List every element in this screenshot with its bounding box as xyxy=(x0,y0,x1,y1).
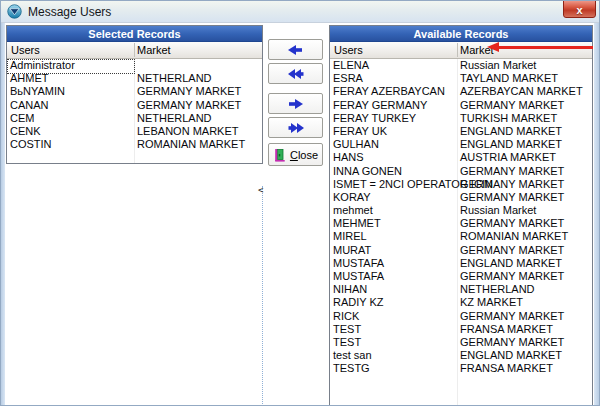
right-arrow-icon xyxy=(288,99,303,109)
table-row[interactable]: MURAT GERMANY MARKET xyxy=(330,244,592,257)
splitter-collapse-icon[interactable]: < xyxy=(258,186,263,195)
user-cell: Administrator xyxy=(10,59,75,72)
table-row[interactable]: CEM NETHERLAND xyxy=(7,112,262,125)
table-row[interactable]: MEHMET GERMANY MARKET xyxy=(330,217,592,230)
annotation-red-arrow-head xyxy=(487,42,499,52)
user-cell: TESTG xyxy=(333,362,370,375)
table-row[interactable]: CANAN GERMANY MARKET xyxy=(7,99,262,112)
table-row[interactable]: TEST GERMANY MARKET xyxy=(330,336,592,349)
table-row[interactable]: COSTIN ROMANIAN MARKET xyxy=(7,138,262,151)
market-cell: ENGLAND MARKET xyxy=(460,125,562,138)
available-records-list: ELENA Russian Market ESRA TAYLAND MARKET… xyxy=(330,59,592,406)
table-row[interactable]: ESRA TAYLAND MARKET xyxy=(330,72,592,85)
move-left-button[interactable] xyxy=(268,39,323,60)
selected-users-column-header[interactable]: Users xyxy=(11,42,40,59)
user-cell: ELENA xyxy=(333,59,369,72)
user-cell: HANS xyxy=(333,151,364,164)
selected-market-column-header[interactable]: Market xyxy=(137,42,171,59)
left-arrow-icon xyxy=(288,45,303,55)
market-cell: NETHERLAND xyxy=(460,283,535,296)
selected-records-title: Selected Records xyxy=(7,26,262,42)
table-row[interactable]: FERAY AZERBAYCAN AZERBAYCAN MARKET xyxy=(330,85,592,98)
table-row[interactable]: GULHAN ENGLAND MARKET xyxy=(330,138,592,151)
selected-records-list: Administrator AHMET NETHERLAND BьNYAMIN … xyxy=(7,59,262,163)
user-cell: BьNYAMIN xyxy=(10,85,65,98)
user-cell: INNA GONEN xyxy=(333,165,402,178)
table-row[interactable]: FERAY GERMANY GERMANY MARKET xyxy=(330,99,592,112)
table-row[interactable]: CENK LEBANON MARKET xyxy=(7,125,262,138)
user-cell: CEM xyxy=(10,112,34,125)
table-row[interactable]: ISMET = 2NCI OPERATOR ICIN GERMANY MARKE… xyxy=(330,178,592,191)
table-row[interactable]: AHMET NETHERLAND xyxy=(7,72,262,85)
close-button-label: Close xyxy=(290,149,318,161)
market-cell: GERMANY MARKET xyxy=(460,336,564,349)
dialog-right-edge xyxy=(594,23,599,405)
user-cell: FERAY UK xyxy=(333,125,387,138)
user-cell: ESRA xyxy=(333,72,363,85)
close-button[interactable]: Close xyxy=(268,143,323,166)
user-cell: CANAN xyxy=(10,99,49,112)
user-cell: COSTIN xyxy=(10,138,52,151)
market-cell: NETHERLAND xyxy=(137,112,212,125)
market-cell: Russian Market xyxy=(460,59,536,72)
column-separator[interactable] xyxy=(134,43,135,57)
market-cell: FRANSA MARKET xyxy=(460,323,553,336)
market-cell: AUSTRIA MARKET xyxy=(460,151,556,164)
market-cell: TURKISH MARKET xyxy=(460,112,557,125)
market-cell: ENGLAND MARKET xyxy=(460,257,562,270)
user-cell: MUSTAFA xyxy=(333,270,384,283)
table-row[interactable]: mehmet Russian Market xyxy=(330,204,592,217)
market-cell: GERMANY MARKET xyxy=(137,85,241,98)
market-cell: LEBANON MARKET xyxy=(137,125,238,138)
available-records-column-header: Users Market xyxy=(330,42,592,59)
table-row[interactable]: HANS AUSTRIA MARKET xyxy=(330,151,592,164)
titlebar[interactable]: Message Users x xyxy=(1,1,599,23)
user-cell: MUSTAFA xyxy=(333,257,384,270)
user-cell: CENK xyxy=(10,125,41,138)
table-row[interactable]: BьNYAMIN GERMANY MARKET xyxy=(7,85,262,98)
window-close-button[interactable]: x xyxy=(563,0,596,18)
user-cell: MURAT xyxy=(333,244,371,257)
table-row[interactable]: RICK GERMANY MARKET xyxy=(330,310,592,323)
market-cell: GERMANY MARKET xyxy=(460,244,564,257)
column-separator[interactable] xyxy=(457,43,458,57)
user-cell: RICK xyxy=(333,310,359,323)
move-all-right-button[interactable] xyxy=(268,117,323,138)
market-cell: ENGLAND MARKET xyxy=(460,349,562,362)
user-cell: GULHAN xyxy=(333,138,379,151)
market-cell: AZERBAYCAN MARKET xyxy=(460,85,583,98)
double-left-arrow-icon xyxy=(288,69,304,79)
table-row[interactable]: NIHAN NETHERLAND xyxy=(330,283,592,296)
market-cell: GERMANY MARKET xyxy=(460,191,564,204)
market-cell: GERMANY MARKET xyxy=(460,99,564,112)
table-row[interactable]: KORAY GERMANY MARKET xyxy=(330,191,592,204)
user-cell: TEST xyxy=(333,336,361,349)
table-row[interactable]: MUSTAFA ENGLAND MARKET xyxy=(330,257,592,270)
table-row[interactable]: test san ENGLAND MARKET xyxy=(330,349,592,362)
table-row[interactable]: MIREL ROMANIAN MARKET xyxy=(330,230,592,243)
selected-records-column-header: Users Market xyxy=(7,42,262,59)
table-row[interactable]: TEST FRANSA MARKET xyxy=(330,323,592,336)
table-row[interactable]: Administrator xyxy=(7,59,262,72)
table-row[interactable]: ELENA Russian Market xyxy=(330,59,592,72)
app-funnel-icon xyxy=(7,4,22,19)
user-cell: test san xyxy=(333,349,372,362)
table-row[interactable]: TESTG FRANSA MARKET xyxy=(330,362,592,375)
market-cell: TAYLAND MARKET xyxy=(460,72,558,85)
window-title: Message Users xyxy=(28,5,111,19)
table-row[interactable]: FERAY TURKEY TURKISH MARKET xyxy=(330,112,592,125)
panel-splitter[interactable]: < xyxy=(262,186,265,404)
market-cell: GERMANY MARKET xyxy=(137,99,241,112)
table-row[interactable]: FERAY UK ENGLAND MARKET xyxy=(330,125,592,138)
table-row[interactable]: MUSTAFA GERMANY MARKET xyxy=(330,270,592,283)
table-row[interactable]: INNA GONEN GERMANY MARKET xyxy=(330,165,592,178)
available-users-column-header[interactable]: Users xyxy=(334,42,363,59)
move-right-button[interactable] xyxy=(268,93,323,114)
move-all-left-button[interactable] xyxy=(268,63,323,84)
table-row[interactable]: RADIY KZ KZ MARKET xyxy=(330,296,592,309)
user-cell: TEST xyxy=(333,323,361,336)
user-cell: mehmet xyxy=(333,204,373,217)
user-cell: AHMET xyxy=(10,72,49,85)
user-cell: FERAY GERMANY xyxy=(333,99,427,112)
user-cell: KORAY xyxy=(333,191,371,204)
